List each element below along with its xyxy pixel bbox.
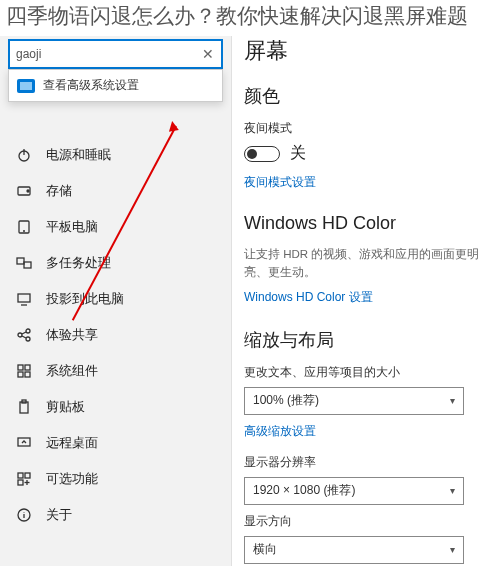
nav-label: 可选功能 (46, 470, 98, 488)
nav-item-share[interactable]: 体验共享 (0, 317, 231, 353)
orientation-value: 横向 (253, 541, 277, 558)
chevron-down-icon: ▾ (450, 485, 455, 496)
scale-text-label: 更改文本、应用等项目的大小 (244, 364, 488, 381)
nav-label: 剪贴板 (46, 398, 85, 416)
nav-item-tablet[interactable]: 平板电脑 (0, 209, 231, 245)
resolution-select[interactable]: 1920 × 1080 (推荐) ▾ (244, 477, 464, 505)
search-dropdown: 查看高级系统设置 (8, 69, 223, 102)
resolution-label: 显示器分辨率 (244, 454, 488, 471)
scale-value: 100% (推荐) (253, 392, 319, 409)
svg-rect-17 (18, 372, 23, 377)
svg-line-13 (22, 332, 26, 334)
power-icon (16, 147, 32, 163)
settings-sidebar: ✕ 查看高级系统设置 电源和睡眠存储平板电脑多任务处理投影到此电脑体验共享系统组… (0, 36, 232, 566)
hdcolor-desc: 让支持 HDR 的视频、游戏和应用的画面更明亮、更生动。 (244, 246, 488, 281)
nav-item-remote[interactable]: 远程桌面 (0, 425, 231, 461)
svg-rect-23 (25, 473, 30, 478)
orientation-label: 显示方向 (244, 513, 488, 530)
hdcolor-link[interactable]: Windows HD Color 设置 (244, 289, 373, 306)
nav-item-multi[interactable]: 多任务处理 (0, 245, 231, 281)
search-input[interactable] (10, 47, 195, 61)
svg-point-12 (26, 337, 30, 341)
share-icon (16, 327, 32, 343)
svg-point-3 (27, 190, 29, 192)
search-result-item[interactable]: 查看高级系统设置 (9, 70, 222, 101)
resolution-value: 1920 × 1080 (推荐) (253, 482, 355, 499)
svg-rect-21 (18, 438, 30, 446)
nav-item-drive[interactable]: 存储 (0, 173, 231, 209)
night-mode-label: 夜间模式 (244, 120, 488, 137)
night-mode-toggle[interactable] (244, 146, 280, 162)
drive-icon (16, 183, 32, 199)
nav-label: 体验共享 (46, 326, 98, 344)
hdcolor-heading: Windows HD Color (244, 213, 488, 234)
nav-item-grid[interactable]: 系统组件 (0, 353, 231, 389)
project-icon (16, 291, 32, 307)
svg-rect-7 (24, 262, 31, 268)
svg-line-14 (22, 336, 26, 338)
svg-point-11 (26, 329, 30, 333)
nav-item-clipboard[interactable]: 剪贴板 (0, 389, 231, 425)
screenshot-container: ✕ 查看高级系统设置 电源和睡眠存储平板电脑多任务处理投影到此电脑体验共享系统组… (0, 36, 500, 566)
night-mode-link[interactable]: 夜间模式设置 (244, 174, 316, 191)
clear-icon[interactable]: ✕ (195, 46, 221, 62)
grid-icon (16, 363, 32, 379)
nav-label: 平板电脑 (46, 218, 98, 236)
multi-icon (16, 255, 32, 271)
nav-item-info[interactable]: 关于 (0, 497, 231, 533)
search-box[interactable]: ✕ (8, 39, 223, 69)
clipboard-icon (16, 399, 32, 415)
svg-rect-8 (18, 294, 30, 302)
scale-select[interactable]: 100% (推荐) ▾ (244, 387, 464, 415)
search-result-text: 查看高级系统设置 (43, 77, 139, 94)
svg-rect-24 (18, 480, 23, 485)
nav-label: 多任务处理 (46, 254, 111, 272)
nav-label: 远程桌面 (46, 434, 98, 452)
color-heading: 颜色 (244, 84, 488, 108)
page-title: 屏幕 (244, 36, 488, 66)
orientation-select[interactable]: 横向 ▾ (244, 536, 464, 564)
nav-item-project[interactable]: 投影到此电脑 (0, 281, 231, 317)
nav-label: 系统组件 (46, 362, 98, 380)
nav-label: 电源和睡眠 (46, 146, 111, 164)
svg-rect-15 (18, 365, 23, 370)
remote-icon (16, 435, 32, 451)
advanced-scale-link[interactable]: 高级缩放设置 (244, 423, 316, 440)
nav-label: 投影到此电脑 (46, 290, 124, 308)
info-icon (16, 507, 32, 523)
toggle-state: 关 (290, 143, 306, 164)
settings-main: 屏幕 颜色 夜间模式 关 夜间模式设置 Windows HD Color 让支持… (232, 36, 500, 566)
nav-item-optional[interactable]: 可选功能 (0, 461, 231, 497)
optional-icon (16, 471, 32, 487)
nav-list: 电源和睡眠存储平板电脑多任务处理投影到此电脑体验共享系统组件剪贴板远程桌面可选功… (0, 73, 231, 533)
chevron-down-icon: ▾ (450, 395, 455, 406)
svg-rect-6 (17, 258, 24, 264)
nav-label: 存储 (46, 182, 72, 200)
svg-rect-16 (25, 365, 30, 370)
nav-label: 关于 (46, 506, 72, 524)
nav-item-power[interactable]: 电源和睡眠 (0, 137, 231, 173)
svg-point-10 (18, 333, 22, 337)
scale-heading: 缩放与布局 (244, 328, 488, 352)
svg-rect-18 (25, 372, 30, 377)
chevron-down-icon: ▾ (450, 544, 455, 555)
tablet-icon (16, 219, 32, 235)
svg-rect-22 (18, 473, 23, 478)
article-title: 四季物语闪退怎么办？教你快速解决闪退黑屏难题 (0, 0, 500, 36)
monitor-icon (17, 79, 35, 93)
